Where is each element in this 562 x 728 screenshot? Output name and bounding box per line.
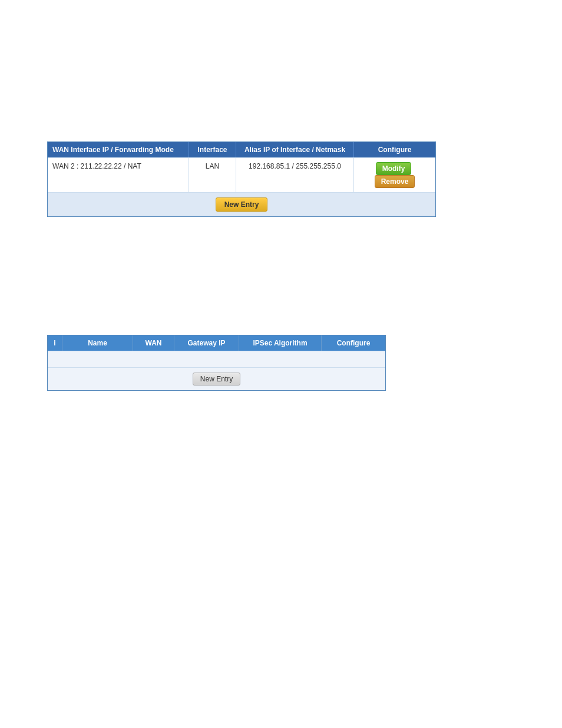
table1-col-wan-interface: WAN Interface IP / Forwarding Mode [48, 142, 189, 157]
ipsec-table: i Name WAN Gateway IP IPSec Algorithm Co… [47, 335, 386, 391]
section-bottom: i Name WAN Gateway IP IPSec Algorithm Co… [47, 335, 515, 391]
table2-header-row: i Name WAN Gateway IP IPSec Algorithm Co… [48, 335, 385, 351]
table1-cell-configure: Modify Remove [354, 158, 435, 192]
table2-col-i: i [48, 335, 62, 351]
table1-col-interface: Interface [189, 142, 236, 157]
table1-cell-wan-interface: WAN 2 : 211.22.22.22 / NAT [48, 158, 189, 192]
new-entry-button-2[interactable]: New Entry [193, 373, 240, 386]
table1-cell-interface: LAN [189, 158, 236, 192]
remove-button[interactable]: Remove [375, 175, 415, 188]
modify-button[interactable]: Modify [376, 162, 412, 175]
section-top: WAN Interface IP / Forwarding Mode Inter… [47, 141, 515, 217]
table2-footer: New Entry [48, 367, 385, 390]
table2-col-configure: Configure [322, 335, 385, 351]
table2-col-wan: WAN [133, 335, 174, 351]
table1-col-configure: Configure [354, 142, 435, 157]
table1-header-row: WAN Interface IP / Forwarding Mode Inter… [48, 142, 435, 157]
table2-col-gateway-ip: Gateway IP [174, 335, 239, 351]
table2-empty-row [48, 351, 385, 367]
table2-col-name: Name [62, 335, 133, 351]
table1-col-alias-ip: Alias IP of Interface / Netmask [236, 142, 354, 157]
table1-cell-alias-ip: 192.168.85.1 / 255.255.255.0 [236, 158, 354, 192]
wan-alias-table: WAN Interface IP / Forwarding Mode Inter… [47, 141, 436, 217]
table1-footer: New Entry [48, 192, 435, 216]
content-area: WAN Interface IP / Forwarding Mode Inter… [0, 0, 562, 403]
table2-col-ipsec: IPSec Algorithm [239, 335, 322, 351]
table-row: WAN 2 : 211.22.22.22 / NAT LAN 192.168.8… [48, 157, 435, 192]
new-entry-button-1[interactable]: New Entry [216, 197, 268, 212]
page-container: WAN Interface IP / Forwarding Mode Inter… [0, 0, 562, 728]
